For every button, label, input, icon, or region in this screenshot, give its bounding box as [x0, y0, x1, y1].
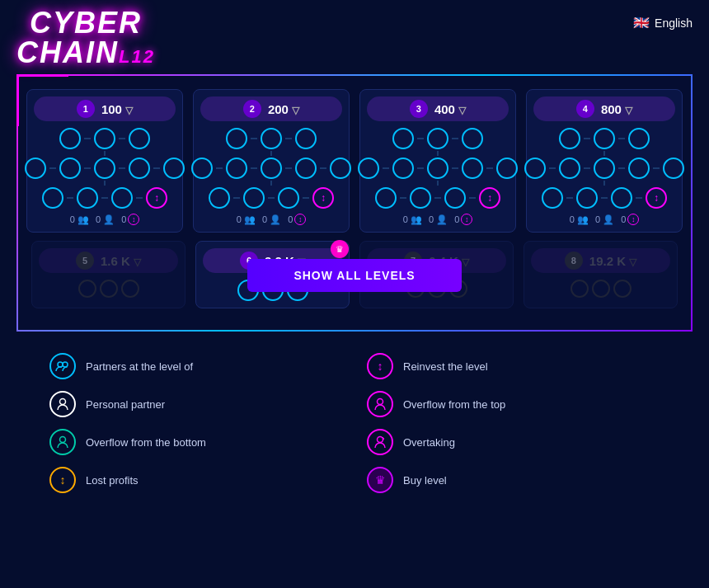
node	[375, 187, 397, 209]
node	[392, 128, 414, 149]
node	[226, 158, 247, 179]
level-card-5: 5 1.6 K ▽	[31, 241, 185, 308]
level-1-tree	[34, 128, 176, 209]
level-4-tree	[533, 128, 675, 209]
node	[129, 128, 150, 149]
node	[592, 280, 610, 298]
node	[59, 158, 81, 179]
level-1-price: 100 ▽	[101, 102, 133, 116]
level-card-1: 1 100 ▽	[26, 89, 183, 233]
node	[628, 128, 650, 149]
logo-l12: L12	[119, 46, 155, 68]
reinvest-node	[479, 187, 500, 209]
level-card-3: 3 400 ▽	[359, 89, 516, 233]
logo-line2: CHAIN	[16, 38, 119, 68]
svg-point-4	[60, 437, 66, 443]
node	[462, 158, 483, 179]
legend-item-overflow-top: Overflow from the top	[367, 391, 660, 417]
level-3-price: 400 ▽	[434, 102, 466, 116]
language-selector[interactable]: 🇬🇧 English	[633, 15, 693, 31]
level-card-2: 2 200 ▽	[193, 89, 350, 233]
reinvest-node	[646, 187, 667, 209]
level-5-price: 1.6 K ▽	[101, 254, 141, 268]
node	[542, 187, 563, 209]
legend-label-personal: Personal partner	[86, 398, 165, 411]
level-8-header: 8 19.2 K ▽	[531, 248, 670, 273]
node	[111, 187, 133, 209]
level-3-header: 3 400 ▽	[367, 96, 509, 121]
node	[576, 187, 598, 209]
node	[496, 158, 518, 179]
node	[524, 158, 546, 179]
stat-personal: 0 👤	[595, 214, 614, 225]
legend-item-reinvest: ↕ Reinvest the level	[367, 353, 660, 379]
legend: Partners at the level of ↕ Reinvest the …	[0, 338, 709, 508]
node	[295, 128, 317, 149]
level-2-number: 2	[243, 100, 261, 118]
legend-label-buy-level: Buy level	[403, 474, 447, 487]
level-4-price: 800 ▽	[601, 102, 632, 116]
svg-point-1	[63, 362, 68, 367]
legend-label-reinvest: Reinvest the level	[403, 360, 488, 373]
node	[410, 187, 431, 209]
node	[295, 158, 317, 179]
level-card-4: 4 800 ▽	[526, 89, 683, 233]
header: CYBER CHAIN L12 🇬🇧 English	[0, 0, 709, 68]
reinvest-node	[146, 187, 167, 209]
svg-point-2	[60, 399, 66, 405]
level-5-header: 5 1.6 K ▽	[39, 248, 178, 273]
level-4-number: 4	[576, 100, 594, 118]
show-all-button[interactable]: SHOW ALL LEVELS	[247, 259, 462, 292]
legend-label-overflow-bottom: Overflow from the bottom	[86, 436, 206, 449]
node	[261, 128, 282, 149]
node	[100, 280, 118, 298]
level-3-tree	[367, 128, 509, 209]
partners-icon	[49, 353, 76, 379]
node	[611, 187, 632, 209]
buy-level-icon: ♛	[367, 467, 393, 493]
node	[462, 128, 483, 149]
level-8-price: 19.2 K ▽	[589, 254, 636, 268]
node	[243, 187, 265, 209]
level-1-header: 1 100 ▽	[34, 96, 176, 121]
node	[358, 158, 379, 179]
overflow-top-icon	[367, 391, 393, 417]
flag-icon: 🇬🇧	[633, 15, 650, 31]
level-2-header: 2 200 ▽	[200, 96, 342, 121]
stat-partners: 0 👥	[403, 214, 422, 225]
stat-reinvest: 0 ↕	[288, 214, 306, 225]
legend-item-partners: Partners at the level of	[49, 353, 342, 379]
svg-point-3	[378, 399, 383, 405]
node	[78, 280, 96, 298]
stat-partners: 0 👥	[237, 214, 256, 225]
levels-row-2-wrapper: 5 1.6 K ▽ 6 3.2 K ▽ ♛	[31, 241, 678, 308]
node	[559, 158, 580, 179]
level-5-number: 5	[76, 252, 94, 270]
svg-point-0	[58, 362, 63, 367]
reinvest-node	[312, 187, 334, 209]
levels-row-1: 1 100 ▽	[31, 89, 678, 233]
node	[663, 158, 684, 179]
stat-reinvest: 0 ↕	[454, 214, 472, 225]
svg-point-5	[378, 437, 383, 443]
node	[427, 128, 448, 149]
level-2-price: 200 ▽	[268, 102, 299, 116]
legend-label-overtaking: Overtaking	[403, 436, 455, 449]
legend-label-overflow-top: Overflow from the top	[403, 398, 505, 411]
node	[261, 158, 282, 179]
level-4-stats: 0 👥 0 👤 0 ↕	[533, 214, 675, 225]
node	[392, 158, 414, 179]
show-all-wrapper: SHOW ALL LEVELS	[247, 254, 462, 295]
node	[570, 280, 589, 298]
node	[594, 128, 615, 149]
legend-label-lost-profits: Lost profits	[86, 474, 139, 487]
personal-icon	[49, 391, 76, 417]
node	[613, 280, 632, 298]
logo: CYBER CHAIN L12	[16, 8, 155, 68]
node	[42, 187, 63, 209]
node	[94, 158, 115, 179]
level-3-stats: 0 👥 0 👤 0 ↕	[367, 214, 509, 225]
level-8-number: 8	[565, 252, 583, 270]
level-2-stats: 0 👥 0 👤 0 ↕	[200, 214, 342, 225]
stat-personal: 0 👤	[429, 214, 448, 225]
